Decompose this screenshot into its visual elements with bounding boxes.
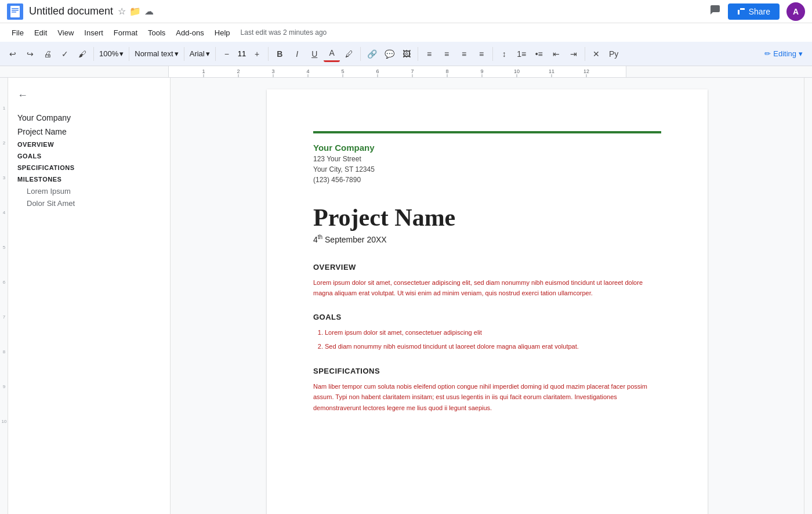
svg-text:9: 9 [480,68,483,74]
sidebar: ← Your Company Project Name OVERVIEW GOA… [8,78,171,514]
svg-text:10: 10 [2,419,7,424]
text-color-button[interactable]: A [324,46,340,62]
svg-rect-5 [738,10,740,15]
separator-4 [215,47,216,61]
menu-edit[interactable]: Edit [30,26,52,39]
bulleted-list-button[interactable]: •≡ [531,46,547,62]
editing-chevron: ▾ [799,49,803,58]
svg-text:5: 5 [3,245,6,250]
link-button[interactable]: 🔗 [364,46,380,62]
document-area[interactable]: Your Company 123 Your Street Your City, … [171,78,804,514]
folder-icon[interactable]: 📁 [129,6,141,17]
docs-icon [7,3,23,20]
menu-file[interactable]: File [7,26,28,39]
increase-font-button[interactable]: + [249,46,265,62]
image-button[interactable]: 🖼 [398,46,415,62]
align-left-button[interactable]: ≡ [421,46,437,62]
toolbar: ↩ ↪ 🖨 ✓ 🖌 100% ▾ Normal text ▾ Arial ▾ −… [0,42,812,66]
style-dropdown[interactable]: Normal text ▾ [132,48,180,59]
star-icon[interactable]: ☆ [118,6,126,17]
undo-button[interactable]: ↩ [5,46,21,62]
svg-rect-6 [740,8,745,10]
menu-addons[interactable]: Add-ons [171,26,208,39]
doc-overview-text: Lorem ipsum dolor sit amet, consectetuer… [313,277,661,299]
doc-city: Your City, ST 12345 [313,164,661,175]
svg-text:3: 3 [271,68,274,74]
decrease-font-button[interactable]: − [219,46,235,62]
decrease-indent-button[interactable]: ⇤ [548,46,564,62]
align-right-button[interactable]: ≡ [456,46,472,62]
cloud-icon[interactable]: ☁ [144,6,154,17]
user-avatar[interactable]: A [786,2,805,21]
svg-text:1: 1 [3,106,6,111]
separator-9 [585,47,585,61]
menu-tools[interactable]: Tools [143,26,170,39]
svg-text:7: 7 [411,68,414,74]
menu-help[interactable]: Help [210,26,235,39]
zoom-value: 100% [99,49,118,58]
svg-text:3: 3 [3,175,6,180]
doc-project-title: Project Name [313,204,661,231]
ruler: 1 2 3 4 5 6 7 8 9 10 11 [0,66,812,78]
doc-date-num: 4 [313,235,318,244]
sidebar-item-goals[interactable]: GOALS [8,150,170,162]
svg-text:6: 6 [3,280,6,285]
sidebar-back-button[interactable]: ← [8,85,170,106]
justify-button[interactable]: ≡ [473,46,490,62]
numbered-list-button[interactable]: 1≡ [513,46,530,62]
document-page: Your Company 123 Your Street Your City, … [267,89,708,514]
font-size-value: 11 [236,49,248,58]
menu-view[interactable]: View [53,26,78,39]
font-chevron: ▾ [206,49,210,58]
sidebar-item-project[interactable]: Project Name [8,125,170,139]
document-title[interactable]: Untitled document [29,5,113,17]
highlight-button[interactable]: 🖊 [341,46,357,62]
menu-bar: File Edit View Insert Format Tools Add-o… [0,23,812,42]
svg-text:9: 9 [3,384,6,389]
spell-check-button[interactable]: ✓ [57,46,73,62]
italic-button[interactable]: I [289,46,305,62]
font-value: Arial [190,49,205,58]
ruler-inner: 1 2 3 4 5 6 7 8 9 10 11 [168,66,626,78]
svg-text:1: 1 [202,68,205,74]
style-chevron: ▾ [175,49,179,58]
separator-7 [418,47,418,61]
sidebar-item-milestones[interactable]: MILESTONES [8,173,170,185]
font-dropdown[interactable]: Arial ▾ [187,48,212,59]
doc-goals-list: Lorem ipsum dolor sit amet, consectetuer… [325,327,661,353]
redo-button[interactable]: ↪ [22,46,38,62]
editing-label: Editing [773,49,796,58]
share-button[interactable]: Share [728,3,780,20]
doc-goal-1: Lorem ipsum dolor sit amet, consectetuer… [325,327,661,339]
line-spacing-button[interactable]: ↕ [496,46,512,62]
print-button[interactable]: 🖨 [39,46,56,62]
sidebar-item-specs[interactable]: SPECIFICATIONS [8,162,170,173]
sidebar-item-overview[interactable]: OVERVIEW [8,139,170,150]
python-button[interactable]: Py [606,46,622,62]
svg-rect-4 [12,12,16,13]
menu-insert[interactable]: Insert [79,26,108,39]
clear-format-button[interactable]: ✕ [588,46,604,62]
sidebar-subitem-dolor[interactable]: Dolor Sit Amet [8,197,170,209]
paint-format-button[interactable]: 🖌 [74,46,90,62]
main-layout: 1 2 3 4 5 6 7 8 9 10 ← Your Company Proj… [0,78,812,514]
svg-text:2: 2 [237,68,240,74]
bold-button[interactable]: B [271,46,288,62]
align-center-button[interactable]: ≡ [438,46,455,62]
separator-3 [184,47,184,61]
separator-1 [93,47,94,61]
zoom-dropdown[interactable]: 100% ▾ [97,48,126,59]
left-margin-ruler: 1 2 3 4 5 6 7 8 9 10 [0,78,8,514]
editing-mode-button[interactable]: ✏ Editing ▾ [760,47,807,60]
increase-indent-button[interactable]: ⇥ [566,46,582,62]
sidebar-subitem-lorem[interactable]: Lorem Ipsum [8,185,170,197]
svg-text:6: 6 [376,68,379,74]
doc-company-name: Your Company [313,143,661,153]
sidebar-item-company[interactable]: Your Company [8,111,170,125]
chat-button[interactable] [709,4,721,19]
underline-button[interactable]: U [306,46,322,62]
svg-text:2: 2 [3,140,6,146]
menu-format[interactable]: Format [109,26,142,39]
comment-button[interactable]: 💬 [381,46,397,62]
doc-date: 4th September 20XX [313,234,661,244]
